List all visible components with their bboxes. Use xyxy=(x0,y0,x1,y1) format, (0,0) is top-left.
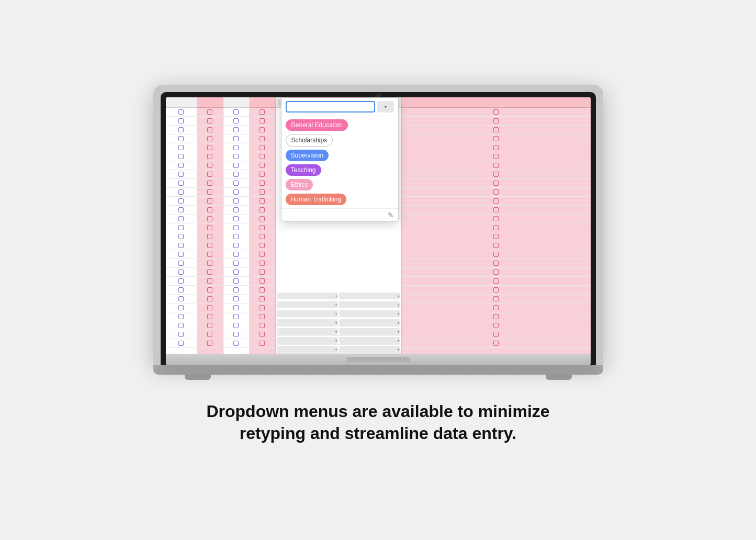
checkbox-cell[interactable] xyxy=(207,189,212,195)
mini-dropdown-right[interactable]: ▾ xyxy=(339,292,400,299)
option-scholarships[interactable]: Scholarships xyxy=(286,134,333,147)
checkbox-cell[interactable] xyxy=(493,332,499,337)
checkbox-cell[interactable] xyxy=(207,261,212,266)
checkbox-cell[interactable] xyxy=(259,163,265,168)
checkbox-cell[interactable] xyxy=(178,198,184,204)
mini-dropdown-right[interactable]: ▾ xyxy=(339,328,400,335)
checkbox-cell[interactable] xyxy=(259,136,265,141)
checkbox-cell[interactable] xyxy=(493,127,499,132)
checkbox-cell[interactable] xyxy=(178,225,184,230)
checkbox-cell[interactable] xyxy=(178,341,184,346)
checkbox-cell[interactable] xyxy=(207,136,212,141)
checkbox-cell[interactable] xyxy=(207,296,212,301)
checkbox-cell[interactable] xyxy=(259,234,265,239)
checkbox-cell[interactable] xyxy=(493,118,499,123)
checkbox-cell[interactable] xyxy=(233,225,239,230)
checkbox-cell[interactable] xyxy=(207,181,212,186)
checkbox-cell[interactable] xyxy=(259,332,265,337)
checkbox-cell[interactable] xyxy=(178,261,184,266)
checkbox-cell[interactable] xyxy=(207,207,212,212)
mini-dropdown-left[interactable]: ▾ xyxy=(277,292,338,299)
checkbox-cell[interactable] xyxy=(207,225,212,230)
checkbox-cell[interactable] xyxy=(233,163,239,168)
checkbox-cell[interactable] xyxy=(207,145,212,150)
checkbox-cell[interactable] xyxy=(178,269,184,275)
checkbox-cell[interactable] xyxy=(493,287,499,292)
checkbox-cell[interactable] xyxy=(178,154,184,159)
mini-dropdown-left[interactable]: ▾ xyxy=(277,337,338,344)
mini-dropdown-left[interactable]: ▾ xyxy=(277,301,338,308)
checkbox-cell[interactable] xyxy=(178,278,184,284)
checkbox-cell[interactable] xyxy=(178,287,184,292)
checkbox-cell[interactable] xyxy=(493,172,499,177)
checkbox-cell[interactable] xyxy=(259,127,265,132)
checkbox-cell[interactable] xyxy=(178,163,184,168)
checkbox-cell[interactable] xyxy=(493,296,499,301)
checkbox-cell[interactable] xyxy=(493,198,499,204)
checkbox-cell[interactable] xyxy=(493,181,499,186)
checkbox-cell[interactable] xyxy=(493,136,499,141)
mini-dropdown-right[interactable]: ▾ xyxy=(339,310,400,317)
checkbox-cell[interactable] xyxy=(178,118,184,123)
checkbox-cell[interactable] xyxy=(233,154,239,159)
checkbox-cell[interactable] xyxy=(493,323,499,328)
mini-dropdown-right[interactable]: ▾ xyxy=(339,346,400,353)
checkbox-cell[interactable] xyxy=(178,109,184,115)
checkbox-cell[interactable] xyxy=(259,198,265,204)
checkbox-cell[interactable] xyxy=(233,216,239,221)
edit-icon[interactable]: ✎ xyxy=(388,211,394,219)
checkbox-cell[interactable] xyxy=(259,118,265,123)
checkbox-cell[interactable] xyxy=(178,145,184,150)
checkbox-cell[interactable] xyxy=(207,323,212,328)
checkbox-cell[interactable] xyxy=(259,225,265,230)
checkbox-cell[interactable] xyxy=(178,207,184,212)
checkbox-cell[interactable] xyxy=(207,118,212,123)
checkbox-cell[interactable] xyxy=(493,154,499,159)
dropdown-chevron-btn[interactable]: ▾ xyxy=(377,101,394,113)
checkbox-cell[interactable] xyxy=(233,181,239,186)
checkbox-cell[interactable] xyxy=(259,296,265,301)
checkbox-cell[interactable] xyxy=(259,216,265,221)
checkbox-cell[interactable] xyxy=(178,332,184,337)
mini-dropdown-left[interactable]: ▾ xyxy=(277,328,338,335)
checkbox-cell[interactable] xyxy=(493,278,499,284)
option-human-trafficking[interactable]: Human Trafficking xyxy=(286,194,347,205)
checkbox-cell[interactable] xyxy=(259,287,265,292)
checkbox-cell[interactable] xyxy=(233,243,239,248)
checkbox-cell[interactable] xyxy=(233,341,239,346)
mini-dropdown-left[interactable]: ▾ xyxy=(277,346,338,353)
option-teaching[interactable]: Teaching xyxy=(286,164,321,176)
checkbox-cell[interactable] xyxy=(259,154,265,159)
checkbox-cell[interactable] xyxy=(259,172,265,177)
checkbox-cell[interactable] xyxy=(207,332,212,337)
checkbox-cell[interactable] xyxy=(178,252,184,257)
checkbox-cell[interactable] xyxy=(493,305,499,310)
mini-dropdown-left[interactable]: ▾ xyxy=(277,310,338,317)
checkbox-cell[interactable] xyxy=(207,252,212,257)
mini-dropdown-right[interactable]: ▾ xyxy=(339,301,400,308)
checkbox-cell[interactable] xyxy=(493,234,499,239)
checkbox-cell[interactable] xyxy=(493,163,499,168)
checkbox-cell[interactable] xyxy=(233,305,239,310)
checkbox-cell[interactable] xyxy=(259,207,265,212)
checkbox-cell[interactable] xyxy=(233,136,239,141)
checkbox-cell[interactable] xyxy=(493,145,499,150)
checkbox-cell[interactable] xyxy=(178,189,184,195)
checkbox-cell[interactable] xyxy=(178,172,184,177)
dropdown-search-input[interactable] xyxy=(286,101,375,113)
checkbox-cell[interactable] xyxy=(233,332,239,337)
checkbox-cell[interactable] xyxy=(233,109,239,115)
checkbox-cell[interactable] xyxy=(259,109,265,115)
checkbox-cell[interactable] xyxy=(233,207,239,212)
checkbox-cell[interactable] xyxy=(493,225,499,230)
option-supervision[interactable]: Supervision xyxy=(286,150,329,161)
checkbox-cell[interactable] xyxy=(233,127,239,132)
checkbox-cell[interactable] xyxy=(178,296,184,301)
checkbox-cell[interactable] xyxy=(207,198,212,204)
checkbox-cell[interactable] xyxy=(259,181,265,186)
checkbox-cell[interactable] xyxy=(233,252,239,257)
checkbox-cell[interactable] xyxy=(259,261,265,266)
checkbox-cell[interactable] xyxy=(178,314,184,319)
checkbox-cell[interactable] xyxy=(233,189,239,195)
checkbox-cell[interactable] xyxy=(233,172,239,177)
